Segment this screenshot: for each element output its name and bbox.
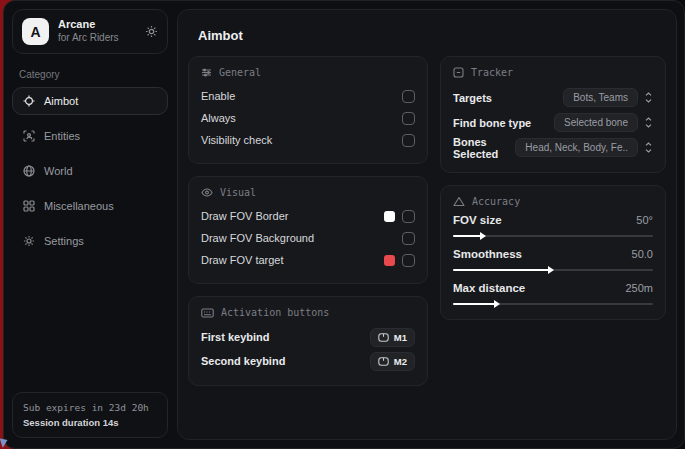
setting-row: Draw FOV Background [201, 227, 415, 249]
visibility-check-checkbox[interactable] [402, 134, 415, 147]
fov-size-slider[interactable] [453, 235, 653, 237]
slider-value: 250m [625, 282, 653, 294]
setting-row: First keybind M1 [201, 325, 415, 349]
setting-row: Visibility check [201, 129, 415, 151]
sidebar-item-world[interactable]: World [12, 157, 168, 185]
setting-label: Draw FOV target [201, 254, 284, 266]
setting-label: First keybind [201, 331, 269, 343]
grid-icon [23, 200, 35, 212]
visual-card: Visual Draw FOV Border Draw FOV Backgrou… [188, 176, 428, 284]
subscription-box: Sub expires in 23d 20h Session duration … [12, 392, 168, 438]
mouse-icon [378, 333, 389, 342]
second-keybind-button[interactable]: M2 [370, 352, 415, 371]
setting-label: Second keybind [201, 355, 285, 367]
sidebar: A Arcane for Arc Riders Category [4, 1, 176, 448]
dropdown-value: Selected bone [554, 113, 638, 132]
sidebar-item-label: World [44, 165, 73, 177]
sidebar-item-miscellaneous[interactable]: Miscellaneous [12, 192, 168, 220]
sidebar-item-settings[interactable]: Settings [12, 227, 168, 255]
main-panel: Aimbot General [177, 9, 677, 440]
app-subtitle: for Arc Riders [58, 32, 136, 45]
slider-knob[interactable] [548, 266, 554, 274]
crosshair-icon [23, 95, 35, 107]
sidebar-item-label: Entities [44, 130, 80, 142]
slider-label: Max distance [453, 282, 525, 294]
dropdown-value: Bots, Teams [563, 88, 638, 107]
eye-icon [201, 187, 213, 198]
enable-checkbox[interactable] [402, 90, 415, 103]
setting-row: Find bone type Selected bone [453, 110, 653, 135]
target-box-icon [453, 67, 464, 78]
entities-icon [23, 130, 35, 142]
sidebar-item-label: Miscellaneous [44, 200, 114, 212]
sub-expiry-text: Sub expires in 23d 20h [23, 402, 157, 413]
session-duration-text: Session duration 14s [23, 417, 157, 428]
keybind-value: M1 [394, 332, 407, 343]
general-card: General Enable Always Visibility check [188, 56, 428, 164]
gear-icon [23, 235, 35, 247]
sidebar-item-label: Aimbot [44, 95, 78, 107]
tune-icon [201, 67, 212, 78]
category-label: Category [19, 69, 161, 80]
draw-fov-border-checkbox[interactable] [402, 210, 415, 223]
card-title: General [219, 67, 261, 78]
globe-icon [23, 165, 35, 177]
bones-selected-dropdown[interactable]: Head, Neck, Body, Fe.. [515, 138, 653, 157]
activation-card: Activation buttons First keybind M1 [188, 296, 428, 386]
page-title: Aimbot [198, 28, 666, 43]
card-title: Activation buttons [221, 307, 329, 318]
mouse-icon [378, 357, 389, 366]
card-title: Visual [220, 187, 256, 198]
slider-knob[interactable] [494, 300, 500, 308]
setting-row: Second keybind M2 [201, 349, 415, 373]
fov-border-color-swatch[interactable] [384, 211, 395, 222]
targets-dropdown[interactable]: Bots, Teams [563, 88, 653, 107]
keyboard-icon [201, 308, 214, 318]
app-window: A Arcane for Arc Riders Category [3, 0, 685, 449]
setting-label: Always [201, 112, 236, 124]
slider-label: Smoothness [453, 248, 522, 260]
sidebar-item-label: Settings [44, 235, 84, 247]
setting-row: Bones Selected Head, Neck, Body, Fe.. [453, 135, 653, 160]
draw-fov-target-checkbox[interactable] [402, 254, 415, 267]
setting-row: Draw FOV Border [201, 205, 415, 227]
card-title: Accuracy [472, 196, 520, 207]
smoothness-slider-row: Smoothness 50.0 [453, 248, 653, 271]
brand-header: A Arcane for Arc Riders [12, 9, 168, 54]
draw-fov-background-checkbox[interactable] [402, 232, 415, 245]
unfold-icon [644, 92, 653, 103]
setting-label: Targets [453, 92, 492, 104]
max-distance-slider[interactable] [453, 303, 653, 305]
slider-label: FOV size [453, 214, 502, 226]
setting-label: Enable [201, 90, 235, 102]
logo-letter: A [30, 24, 40, 40]
first-keybind-button[interactable]: M1 [370, 328, 415, 347]
triangle-icon [453, 196, 465, 207]
fov-target-color-swatch[interactable] [384, 255, 395, 266]
setting-label: Draw FOV Border [201, 210, 288, 222]
tracker-card: Tracker Targets Bots, Teams [440, 56, 666, 173]
fov-size-slider-row: FOV size 50° [453, 214, 653, 237]
app-name: Arcane [58, 18, 136, 32]
find-bone-type-dropdown[interactable]: Selected bone [554, 113, 653, 132]
slider-value: 50° [636, 214, 653, 226]
setting-label: Visibility check [201, 134, 272, 146]
sidebar-item-entities[interactable]: Entities [12, 122, 168, 150]
brand-gear-icon[interactable] [145, 25, 158, 38]
unfold-icon [644, 117, 653, 128]
app-logo: A [22, 18, 49, 45]
sidebar-item-aimbot[interactable]: Aimbot [12, 87, 168, 115]
slider-knob[interactable] [480, 232, 486, 240]
slider-value: 50.0 [632, 248, 653, 260]
setting-label: Find bone type [453, 117, 531, 129]
setting-row: Always [201, 107, 415, 129]
card-title: Tracker [471, 67, 513, 78]
always-checkbox[interactable] [402, 112, 415, 125]
smoothness-slider[interactable] [453, 269, 653, 271]
setting-row: Draw FOV target [201, 249, 415, 271]
setting-label: Draw FOV Background [201, 232, 314, 244]
dropdown-value: Head, Neck, Body, Fe.. [515, 138, 638, 157]
accuracy-card: Accuracy FOV size 50° [440, 185, 666, 320]
keybind-value: M2 [394, 356, 407, 367]
unfold-icon [644, 142, 653, 153]
